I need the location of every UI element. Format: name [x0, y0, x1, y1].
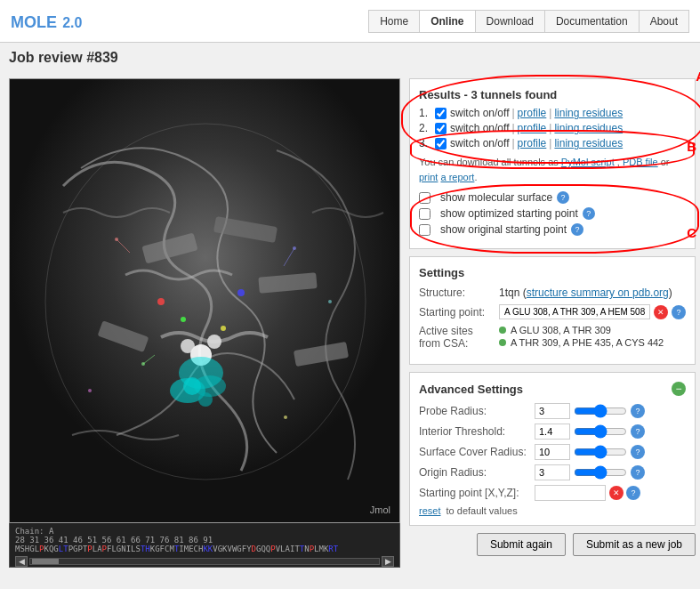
show-molecular-checkbox[interactable]: [419, 192, 430, 204]
interior-threshold-help[interactable]: ?: [631, 424, 645, 439]
xyz-help-btn[interactable]: ?: [626, 486, 640, 500]
starting-point-input[interactable]: [499, 304, 650, 319]
clear-xyz-btn[interactable]: ✕: [609, 486, 624, 500]
tunnel-num-3: 3.: [419, 137, 435, 149]
interior-threshold-label: Interior Threshold:: [419, 425, 535, 438]
tunnel-num-1: 1.: [419, 107, 435, 119]
mol-viewer: Jmol: [9, 78, 400, 523]
seq-numbers: 28 31 36 41 46 51 56 61 66 71 76 81 86 9…: [15, 536, 394, 545]
surface-cover-help[interactable]: ?: [631, 445, 645, 459]
seq-scrollbar[interactable]: [29, 558, 380, 565]
active-sites-row: Active sites from CSA: A GLU 308, A THR …: [419, 325, 686, 350]
tunnel-1-profile-link[interactable]: profile: [518, 107, 547, 119]
show-options-wrapper: C show molecular surface ? show optimize…: [419, 191, 686, 236]
clear-starting-point-btn[interactable]: ✕: [654, 305, 668, 319]
tunnel-1-checkbox[interactable]: [435, 108, 447, 119]
probe-radius-label: Probe Radius:: [419, 405, 535, 417]
main-container: Jmol Chain: A 28 31 36 41 46 51 56 61 66…: [0, 69, 700, 577]
settings-panel: Settings Structure: 1tqn (structure summ…: [409, 256, 696, 365]
surface-cover-slider[interactable]: [574, 445, 627, 459]
active-site-1: A GLU 308, A THR 309: [499, 325, 664, 335]
svg-point-9: [181, 339, 195, 353]
tunnel-1-lining-link[interactable]: lining residues: [554, 107, 623, 119]
show-optimized-checkbox[interactable]: [419, 208, 430, 220]
starting-point-info-btn[interactable]: ?: [672, 305, 686, 319]
label-a: A: [696, 69, 700, 84]
svg-point-23: [88, 389, 92, 392]
tunnel-2-lining-link[interactable]: lining residues: [554, 122, 623, 134]
submit-again-btn[interactable]: Submit again: [477, 533, 566, 556]
show-optimized-help[interactable]: ?: [583, 207, 595, 220]
show-molecular-help[interactable]: ?: [557, 191, 569, 204]
structure-pdb-link[interactable]: structure summary on pdb.org: [527, 286, 669, 299]
show-original-option: show original starting point ?: [419, 223, 686, 236]
interior-threshold-row: Interior Threshold: ?: [419, 424, 686, 440]
probe-radius-slider[interactable]: [574, 404, 627, 418]
tunnel-2-profile-link[interactable]: profile: [518, 122, 547, 134]
show-original-label: show original starting point: [440, 223, 567, 236]
reset-row: reset to default values: [419, 505, 686, 516]
active-sites-list: A GLU 308, A THR 309 A THR 309, A PHE 43…: [499, 325, 664, 350]
download-line: You can download all tunnels as PyMol sc…: [419, 155, 686, 184]
show-original-help[interactable]: ?: [571, 223, 583, 236]
left-panel: Jmol Chain: A 28 31 36 41 46 51 56 61 66…: [9, 78, 400, 568]
svg-point-24: [328, 300, 332, 303]
submit-new-btn[interactable]: Submit as a new job: [573, 533, 696, 556]
show-original-checkbox[interactable]: [419, 224, 430, 236]
surface-cover-input[interactable]: [535, 444, 570, 460]
structure-label: Structure:: [419, 286, 499, 299]
advanced-title: Advanced Settings: [419, 383, 523, 396]
tunnel-num-2: 2.: [419, 122, 435, 134]
submit-row: Submit again Submit as a new job: [409, 533, 696, 556]
pymol-link[interactable]: PyMol script: [561, 157, 615, 167]
surface-cover-label: Surface Cover Radius:: [419, 446, 535, 458]
interior-threshold-slider[interactable]: [574, 424, 627, 439]
nav-online[interactable]: Online: [420, 10, 475, 33]
structure-row: Structure: 1tqn (structure summary on pd…: [419, 286, 686, 299]
starting-point-xyz-input[interactable]: [535, 485, 606, 501]
seq-scroll-left[interactable]: ◀: [15, 556, 28, 567]
origin-radius-input[interactable]: [535, 464, 570, 480]
origin-radius-help[interactable]: ?: [631, 465, 645, 480]
jmol-label: Jmol: [370, 504, 390, 515]
tunnel-3-lining-link[interactable]: lining residues: [554, 137, 623, 149]
active-site-dot-1: [499, 327, 506, 334]
print-link[interactable]: print: [419, 172, 438, 182]
svg-point-22: [284, 416, 287, 419]
nav-documentation[interactable]: Documentation: [545, 10, 640, 33]
show-optimized-option: show optimized starting point ?: [419, 207, 686, 220]
seq-scrollbar-container: ◀ ▶: [15, 556, 394, 567]
svg-point-14: [198, 392, 213, 407]
nav-about[interactable]: About: [640, 10, 689, 33]
tunnel-item-3: 3. switch on/off | profile | lining resi…: [419, 137, 686, 149]
reset-link[interactable]: reset: [419, 505, 440, 516]
show-optimized-label: show optimized starting point: [440, 207, 578, 220]
starting-point-row: Starting point: ✕ ?: [419, 304, 686, 319]
tunnel-2-switch-label: switch on/off: [450, 122, 509, 134]
pdb-link[interactable]: PDB file: [623, 157, 658, 167]
seq-scroll-right[interactable]: ▶: [382, 556, 394, 567]
interior-threshold-input[interactable]: [535, 424, 570, 440]
report-link[interactable]: a report: [440, 172, 474, 182]
svg-point-8: [207, 335, 221, 349]
page-title: Job review #839: [0, 43, 700, 69]
tunnel-3-profile-link[interactable]: profile: [518, 137, 547, 149]
tunnel-2-checkbox[interactable]: [435, 123, 447, 134]
chain-label: Chain: A: [15, 527, 394, 536]
origin-radius-row: Origin Radius: ?: [419, 464, 686, 480]
surface-cover-row: Surface Cover Radius: ?: [419, 444, 686, 460]
collapse-advanced-btn[interactable]: −: [672, 382, 686, 396]
probe-radius-input[interactable]: [535, 403, 570, 419]
origin-radius-slider[interactable]: [574, 465, 627, 480]
advanced-title-row: Advanced Settings −: [419, 382, 686, 396]
svg-point-15: [157, 298, 165, 305]
probe-radius-help[interactable]: ?: [631, 404, 645, 418]
nav-home[interactable]: Home: [368, 10, 420, 33]
tunnel-3-checkbox[interactable]: [435, 138, 447, 149]
label-c: C: [687, 225, 696, 240]
logo-version: 2.0: [62, 15, 82, 30]
seq-letters: MSHGLPKQGLTPGPTPLAPFLGNILSTHKGFCMTIMECHK…: [15, 545, 394, 553]
logo: MOLE 2.0: [11, 10, 82, 33]
tunnel-item-1: 1. switch on/off | profile | lining resi…: [419, 107, 686, 119]
nav-download[interactable]: Download: [476, 10, 545, 33]
